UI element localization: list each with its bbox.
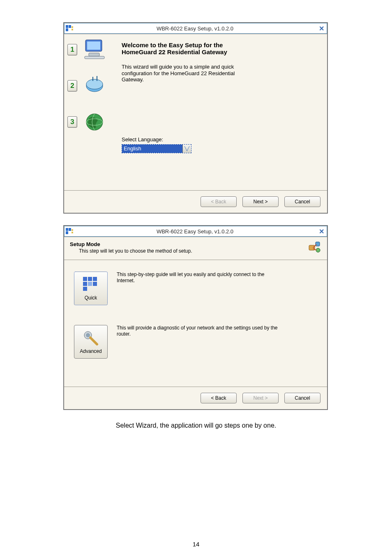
wizard-header-strip: Setup Mode This step will let you to cho… [64, 237, 327, 260]
close-icon[interactable]: ✕ [317, 227, 326, 235]
next-button: Next > [242, 393, 279, 403]
back-button[interactable]: < Back [201, 393, 237, 403]
setup-mode-body: Quick This step-by-step guide will let y… [64, 260, 327, 387]
monitor-icon [83, 39, 106, 60]
svg-rect-0 [66, 25, 68, 28]
svg-rect-8 [85, 56, 104, 59]
window-title: WBR-6022 Easy Setup, v1.0.2.0 [73, 25, 317, 32]
step-number: 2 [67, 80, 77, 92]
mode-option-quick: Quick This step-by-step guide will let y… [74, 272, 319, 305]
svg-rect-24 [88, 277, 92, 281]
wizard-button-bar: < Back Next > Cancel [64, 387, 327, 409]
svg-rect-26 [83, 282, 87, 286]
language-select[interactable]: English ╲╱ [122, 144, 191, 153]
svg-rect-25 [93, 277, 97, 281]
titlebar: WBR-6022 Easy Setup, v1.0.2.0 ✕ [64, 226, 327, 237]
window-title: WBR-6022 Easy Setup, v1.0.2.0 [73, 228, 317, 235]
step-number: 1 [67, 44, 77, 55]
svg-rect-23 [83, 277, 87, 281]
welcome-heading: Welcome to the Easy Setup for the HomeGu… [122, 41, 318, 55]
app-logo-icon [66, 228, 73, 235]
back-button: < Back [201, 196, 237, 207]
svg-rect-27 [93, 282, 97, 286]
mode-option-advanced: Advanced This will provide a diagnostic … [74, 325, 319, 359]
svg-rect-7 [89, 53, 99, 56]
advanced-mode-description: This will provide a diagnostic of your n… [117, 325, 319, 337]
svg-rect-1 [69, 25, 71, 28]
router-icon [83, 75, 106, 97]
wizard-content-panel: Welcome to the Easy Setup for the HomeGu… [118, 34, 327, 190]
figure-caption: Select Wizard, the application will go s… [64, 422, 328, 429]
globe-icon [83, 111, 106, 133]
quick-mode-button[interactable]: Quick [74, 272, 108, 305]
page-subtitle: This step will let you to choose the met… [79, 248, 307, 254]
svg-point-31 [86, 333, 90, 337]
titlebar: WBR-6022 Easy Setup, v1.0.2.0 ✕ [64, 23, 327, 34]
cancel-button[interactable]: Cancel [284, 393, 321, 403]
svg-rect-16 [69, 228, 71, 231]
page-number: 14 [0, 541, 392, 548]
wizard-step-2: 2 [67, 75, 114, 97]
svg-rect-2 [66, 28, 68, 31]
svg-rect-29 [88, 282, 92, 286]
welcome-description: This wizard will guide you to a simple a… [122, 64, 318, 83]
quick-mode-description: This step-by-step guide will let you eas… [117, 272, 319, 284]
network-icon [307, 241, 321, 253]
quick-mode-label: Quick [85, 295, 97, 301]
svg-rect-20 [309, 245, 315, 250]
svg-rect-28 [83, 287, 87, 291]
easy-setup-dialog-mode: WBR-6022 Easy Setup, v1.0.2.0 ✕ Setup Mo… [64, 226, 327, 410]
svg-rect-21 [316, 242, 320, 246]
wizard-steps-panel: 1 2 [64, 34, 118, 190]
dialog-body: 1 2 [64, 34, 327, 190]
advanced-mode-label: Advanced [80, 348, 101, 354]
step-number: 3 [67, 116, 77, 128]
advanced-mode-button[interactable]: Advanced [74, 325, 108, 359]
language-select-value: English [122, 145, 182, 153]
svg-rect-6 [87, 41, 100, 50]
wizard-button-bar: < Back Next > Cancel [64, 190, 327, 213]
wizard-step-1: 1 [67, 39, 114, 60]
wizard-step-3: 3 [67, 111, 114, 133]
svg-rect-17 [66, 231, 68, 234]
close-icon[interactable]: ✕ [317, 24, 326, 32]
quick-mode-icon [82, 276, 99, 293]
chevron-down-icon[interactable]: ╲╱ [182, 145, 191, 153]
svg-point-22 [316, 248, 320, 252]
cancel-button[interactable]: Cancel [284, 196, 321, 207]
app-logo-icon [66, 25, 73, 32]
advanced-mode-icon [82, 329, 99, 347]
page-title: Setup Mode [70, 241, 307, 247]
easy-setup-dialog-welcome: WBR-6022 Easy Setup, v1.0.2.0 ✕ 1 [64, 23, 327, 213]
svg-rect-15 [66, 228, 68, 231]
language-label: Select Language: [122, 136, 318, 143]
next-button[interactable]: Next > [242, 196, 279, 207]
svg-point-10 [86, 79, 103, 89]
